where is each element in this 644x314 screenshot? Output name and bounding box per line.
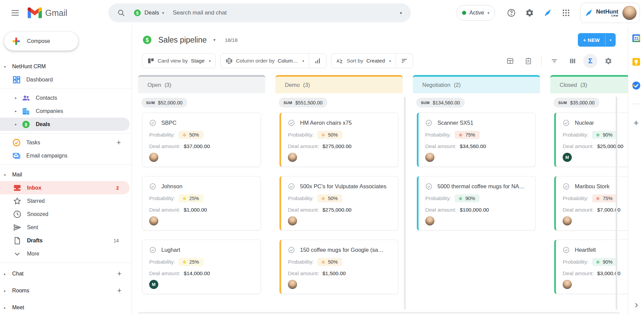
- sidebar-item-drafts[interactable]: Drafts14: [0, 234, 130, 247]
- check-circle-icon[interactable]: [563, 183, 570, 190]
- pipeline-deals-icon: $: [142, 35, 152, 45]
- column-sum-badge: SUM$52,000.00: [141, 98, 187, 107]
- deal-card-sbpc[interactable]: SBPCProbability:50%Deal amount:$37,000.0…: [142, 113, 261, 167]
- check-circle-icon[interactable]: [288, 183, 295, 190]
- check-circle-icon[interactable]: [149, 119, 156, 126]
- sidebar-item-more[interactable]: More: [0, 247, 130, 260]
- add-button[interactable]: +: [117, 286, 122, 295]
- column-header[interactable]: Closed(3): [550, 75, 628, 93]
- deal-card-150-coffee-mugs-for-google-sa[interactable]: 150 coffee mugs for Google (sa…Probabili…: [279, 240, 398, 294]
- sum-icon[interactable]: Σ: [583, 54, 597, 68]
- sidebar-item-starred[interactable]: Starred: [0, 194, 130, 208]
- check-circle-icon[interactable]: [563, 246, 570, 253]
- sidebar-section-nethunt-crm[interactable]: ▾ NetHunt CRM: [0, 60, 132, 73]
- avatar[interactable]: [425, 153, 434, 162]
- status-pill[interactable]: Active ▾: [456, 5, 495, 21]
- avatar[interactable]: [563, 280, 572, 289]
- apps-grid-icon[interactable]: [558, 5, 574, 21]
- account-pill[interactable]: NetHunt CRM: [580, 3, 640, 23]
- column-scrollbar[interactable]: [616, 97, 617, 310]
- expand-caret-icon[interactable]: ▸: [10, 109, 22, 113]
- deal-card-5000-thermal-coffee-mugs-for-na[interactable]: 5000 thermal coffee mugs for NA…Probabil…: [417, 176, 536, 231]
- hamburger-menu-button[interactable]: [7, 5, 23, 21]
- check-circle-icon[interactable]: [425, 183, 432, 190]
- sort-select[interactable]: A Z Sort by Created ▾: [331, 53, 413, 68]
- google-tasks-icon[interactable]: [629, 78, 643, 93]
- collapse-panel-icon[interactable]: [633, 302, 640, 310]
- deal-card-scanner-sx51[interactable]: Scanner SX51Probability:75%Deal amount:$…: [417, 113, 536, 167]
- avatar[interactable]: [149, 153, 158, 162]
- expand-caret-icon[interactable]: ▸: [10, 96, 22, 100]
- deal-card-500x-pc-s-for-vulputate-associates[interactable]: 500x PC's for Vulputate AssociatesProbab…: [279, 176, 398, 231]
- deal-card-johnson[interactable]: JohnsonProbability:25%Deal amount:$1,000…: [142, 176, 261, 231]
- sheet-view-icon[interactable]: [503, 53, 517, 68]
- sidebar-section-rooms[interactable]: ▸Rooms+: [0, 282, 132, 299]
- card-title: Lughart: [161, 247, 180, 253]
- chart-view-button[interactable]: [309, 57, 326, 65]
- clipboard-icon[interactable]: [521, 53, 536, 68]
- search-input[interactable]: [173, 9, 400, 16]
- board-settings-icon[interactable]: [601, 53, 616, 68]
- sidebar-item-snoozed[interactable]: Snoozed: [0, 208, 130, 221]
- pipeline-caret-icon[interactable]: ▾: [213, 38, 215, 42]
- search-bar[interactable]: $ Deals ▾ ▾: [108, 3, 411, 22]
- sidebar-item-companies[interactable]: ▸Companies: [0, 104, 130, 118]
- sidebar-item-inbox[interactable]: Inbox2: [0, 181, 130, 194]
- add-button[interactable]: +: [116, 138, 121, 147]
- column-header[interactable]: Demo(3): [275, 75, 403, 93]
- settings-icon[interactable]: [521, 5, 538, 21]
- column-header[interactable]: Negotiation(2): [413, 75, 540, 93]
- add-addon-button[interactable]: +: [634, 118, 639, 128]
- column-order-select[interactable]: Column order by Colum… ▾: [220, 53, 326, 68]
- deal-card-lughart[interactable]: LughartProbability:25%Deal amount:$14,00…: [142, 240, 261, 294]
- sidebar-item-email-campaigns[interactable]: Email campaigns: [0, 149, 130, 162]
- avatar[interactable]: [288, 216, 297, 225]
- user-avatar[interactable]: [622, 6, 637, 20]
- sidebar-section-meet[interactable]: ▸Meet: [0, 299, 132, 314]
- avatar[interactable]: [425, 216, 434, 225]
- sidebar-item-tasks[interactable]: Tasks+: [0, 136, 130, 149]
- card-title-row: Heartfelt: [563, 246, 628, 253]
- column-header[interactable]: Open(3): [138, 75, 265, 93]
- horizontal-scrollbar[interactable]: [138, 312, 620, 314]
- calendar-icon[interactable]: 31: [629, 31, 643, 45]
- compose-button[interactable]: Compose: [4, 32, 78, 51]
- avatar[interactable]: [288, 280, 297, 289]
- check-circle-icon[interactable]: [149, 246, 156, 253]
- check-circle-icon[interactable]: [288, 119, 295, 126]
- card-view-select[interactable]: Card view by Stage ▾: [142, 53, 216, 68]
- sidebar-item-contacts[interactable]: ▸Contacts: [0, 91, 130, 104]
- search-options-caret-icon[interactable]: ▾: [400, 10, 402, 16]
- add-button[interactable]: +: [117, 269, 122, 278]
- sidebar-item-sent[interactable]: Sent: [0, 221, 130, 234]
- avatar[interactable]: [149, 216, 158, 225]
- deals-filter-chip[interactable]: $ Deals ▾: [133, 9, 164, 17]
- avatar[interactable]: M: [149, 280, 158, 289]
- sidebar-item-dashboard[interactable]: Dashboard: [0, 73, 130, 86]
- columns-icon[interactable]: [565, 53, 580, 68]
- check-circle-icon[interactable]: [288, 246, 295, 253]
- check-circle-icon[interactable]: [149, 183, 156, 190]
- column-name: Open: [147, 82, 161, 88]
- probability-value: 25%: [189, 196, 199, 201]
- check-circle-icon[interactable]: [425, 119, 432, 126]
- column-scrollbar[interactable]: [404, 97, 406, 310]
- sort-direction-button[interactable]: [396, 57, 413, 65]
- new-button-caret[interactable]: ▾: [606, 38, 616, 42]
- new-button[interactable]: + NEW ▾: [578, 33, 616, 47]
- filter-icon[interactable]: [547, 53, 562, 68]
- unread-count: 2: [116, 185, 119, 191]
- probability-row: Probability:75%: [563, 194, 628, 202]
- deal-card-hm-aeron-chairs-x75[interactable]: HM Aeron chairs x75Probability:50%Deal a…: [279, 113, 398, 167]
- sidebar-section-mail[interactable]: ▾ Mail: [0, 168, 132, 181]
- check-circle-icon[interactable]: [563, 119, 570, 126]
- avatar[interactable]: [288, 153, 297, 162]
- keep-icon[interactable]: [629, 55, 643, 69]
- sidebar-item-deals[interactable]: ▸$Deals: [0, 118, 130, 131]
- nethunt-logo-icon[interactable]: [540, 5, 556, 21]
- avatar[interactable]: [563, 216, 572, 225]
- expand-caret-icon[interactable]: ▸: [10, 122, 22, 126]
- sidebar-section-chat[interactable]: ▸Chat+: [0, 265, 132, 282]
- help-icon[interactable]: [503, 5, 519, 21]
- avatar[interactable]: M: [563, 153, 572, 162]
